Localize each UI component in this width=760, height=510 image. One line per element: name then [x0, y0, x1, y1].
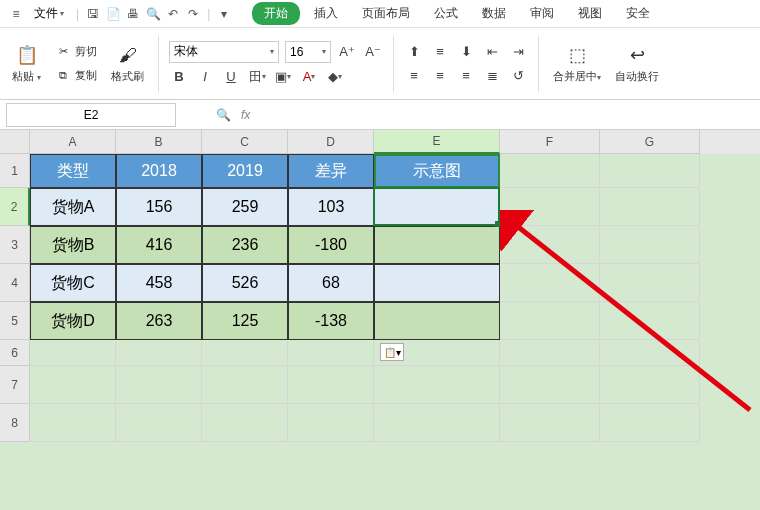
merge-center-button[interactable]: ⬚ 合并居中▾: [549, 39, 605, 88]
font-name-combo[interactable]: 宋体▾: [169, 41, 279, 63]
cell-d1[interactable]: 差异: [288, 154, 374, 188]
decrease-font-icon[interactable]: A⁻: [363, 42, 383, 62]
fx-search-icon[interactable]: 🔍: [216, 108, 231, 122]
row-header-5[interactable]: 5: [0, 302, 30, 340]
tab-view[interactable]: 视图: [568, 1, 612, 26]
open-icon[interactable]: 📄: [105, 6, 121, 22]
col-header-c[interactable]: C: [202, 130, 288, 154]
cell-b3[interactable]: 416: [116, 226, 202, 264]
cell-b7[interactable]: [116, 366, 202, 404]
cell-a1[interactable]: 类型: [30, 154, 116, 188]
cell-d5[interactable]: -138: [288, 302, 374, 340]
col-header-b[interactable]: B: [116, 130, 202, 154]
redo-icon[interactable]: ↷: [185, 6, 201, 22]
align-top-icon[interactable]: ⬆: [404, 42, 424, 62]
align-left-icon[interactable]: ≡: [404, 66, 424, 86]
cell-e7[interactable]: [374, 366, 500, 404]
justify-icon[interactable]: ≣: [482, 66, 502, 86]
cell-g6[interactable]: [600, 340, 700, 366]
save-icon[interactable]: 🖫: [85, 6, 101, 22]
cell-c1[interactable]: 2019: [202, 154, 288, 188]
name-box[interactable]: E2: [6, 103, 176, 127]
format-painter-button[interactable]: 🖌 格式刷: [107, 39, 148, 88]
cell-g2[interactable]: [600, 188, 700, 226]
tab-formula[interactable]: 公式: [424, 1, 468, 26]
col-header-g[interactable]: G: [600, 130, 700, 154]
row-header-1[interactable]: 1: [0, 154, 30, 188]
cell-c4[interactable]: 526: [202, 264, 288, 302]
cell-b8[interactable]: [116, 404, 202, 442]
cell-f4[interactable]: [500, 264, 600, 302]
tab-review[interactable]: 审阅: [520, 1, 564, 26]
tab-insert[interactable]: 插入: [304, 1, 348, 26]
print-icon[interactable]: 🖶: [125, 6, 141, 22]
fill-color-button[interactable]: ▣▾: [273, 67, 293, 87]
cell-a6[interactable]: [30, 340, 116, 366]
cell-f7[interactable]: [500, 366, 600, 404]
cell-f6[interactable]: [500, 340, 600, 366]
cell-g5[interactable]: [600, 302, 700, 340]
select-all-corner[interactable]: [0, 130, 30, 154]
increase-font-icon[interactable]: A⁺: [337, 42, 357, 62]
cell-e3[interactable]: [374, 226, 500, 264]
row-header-3[interactable]: 3: [0, 226, 30, 264]
cell-e8[interactable]: [374, 404, 500, 442]
copy-button[interactable]: ⧉复制: [51, 66, 101, 86]
cell-g7[interactable]: [600, 366, 700, 404]
indent-decrease-icon[interactable]: ⇤: [482, 42, 502, 62]
cell-c2[interactable]: 259: [202, 188, 288, 226]
font-color-button[interactable]: A▾: [299, 67, 319, 87]
align-center-icon[interactable]: ≡: [430, 66, 450, 86]
undo-icon[interactable]: ↶: [165, 6, 181, 22]
cell-e2[interactable]: [374, 188, 500, 226]
underline-button[interactable]: U: [221, 67, 241, 87]
orientation-icon[interactable]: ↺: [508, 66, 528, 86]
cell-f3[interactable]: [500, 226, 600, 264]
cell-g4[interactable]: [600, 264, 700, 302]
align-middle-icon[interactable]: ≡: [430, 42, 450, 62]
cell-b6[interactable]: [116, 340, 202, 366]
cell-f5[interactable]: [500, 302, 600, 340]
cell-a5[interactable]: 货物D: [30, 302, 116, 340]
tab-data[interactable]: 数据: [472, 1, 516, 26]
cell-d8[interactable]: [288, 404, 374, 442]
spreadsheet-grid[interactable]: A B C D E F G 1 类型 2018 2019 差异 示意图 2 货物…: [0, 130, 760, 510]
row-header-2[interactable]: 2: [0, 188, 30, 226]
align-right-icon[interactable]: ≡: [456, 66, 476, 86]
cell-a7[interactable]: [30, 366, 116, 404]
cell-d7[interactable]: [288, 366, 374, 404]
cell-d6[interactable]: [288, 340, 374, 366]
row-header-4[interactable]: 4: [0, 264, 30, 302]
cell-d2[interactable]: 103: [288, 188, 374, 226]
fx-label[interactable]: fx: [241, 108, 250, 122]
app-menu-icon[interactable]: ≡: [8, 6, 24, 22]
cut-button[interactable]: ✂剪切: [51, 42, 101, 62]
cell-e4[interactable]: [374, 264, 500, 302]
tab-page-layout[interactable]: 页面布局: [352, 1, 420, 26]
cell-a4[interactable]: 货物C: [30, 264, 116, 302]
paste-button[interactable]: 📋 粘贴 ▾: [8, 39, 45, 88]
indent-increase-icon[interactable]: ⇥: [508, 42, 528, 62]
cell-b1[interactable]: 2018: [116, 154, 202, 188]
col-header-a[interactable]: A: [30, 130, 116, 154]
cell-a3[interactable]: 货物B: [30, 226, 116, 264]
cell-d4[interactable]: 68: [288, 264, 374, 302]
cell-g8[interactable]: [600, 404, 700, 442]
italic-button[interactable]: I: [195, 67, 215, 87]
row-header-6[interactable]: 6: [0, 340, 30, 366]
print-preview-icon[interactable]: 🔍: [145, 6, 161, 22]
cell-b5[interactable]: 263: [116, 302, 202, 340]
font-size-combo[interactable]: 16▾: [285, 41, 331, 63]
cell-g1[interactable]: [600, 154, 700, 188]
row-header-8[interactable]: 8: [0, 404, 30, 442]
cell-f8[interactable]: [500, 404, 600, 442]
cell-e5[interactable]: [374, 302, 500, 340]
chevron-down-icon[interactable]: ▾: [216, 6, 232, 22]
cell-c7[interactable]: [202, 366, 288, 404]
cell-b2[interactable]: 156: [116, 188, 202, 226]
paste-options-button[interactable]: 📋▾: [380, 343, 404, 361]
cell-b4[interactable]: 458: [116, 264, 202, 302]
col-header-d[interactable]: D: [288, 130, 374, 154]
cell-a2[interactable]: 货物A: [30, 188, 116, 226]
file-menu[interactable]: 文件 ▾: [28, 3, 70, 24]
